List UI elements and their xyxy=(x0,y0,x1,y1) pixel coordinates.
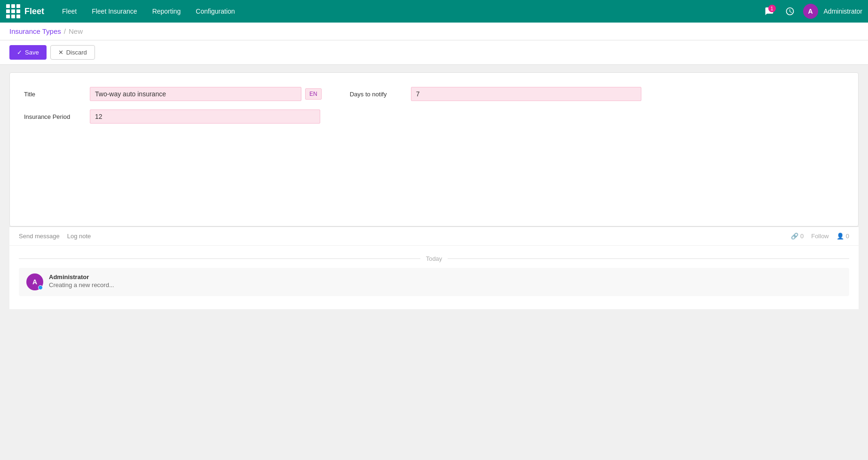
chatter-right-actions: 🔗 0 Follow 👤 0 xyxy=(791,233,849,240)
user-avatar[interactable]: A xyxy=(803,4,818,19)
breadcrumb-parent[interactable]: Insurance Types xyxy=(9,27,61,35)
chatter-area: Send message Log note 🔗 0 Follow 👤 0 Tod… xyxy=(9,226,859,309)
discard-button[interactable]: ✕ Discard xyxy=(50,45,95,60)
brand-name[interactable]: Fleet xyxy=(24,7,44,16)
breadcrumb: Insurance Types / New xyxy=(0,23,868,40)
nav-fleet[interactable]: Fleet xyxy=(55,5,83,18)
paperclip-icon: 🔗 xyxy=(791,233,798,240)
days-to-notify-input[interactable] xyxy=(411,87,641,101)
days-to-notify-group: Days to notify xyxy=(350,87,641,101)
form-card: Title EN Days to notify Insurance Period xyxy=(9,72,859,226)
title-input-group: EN xyxy=(90,87,322,101)
chat-message: A Administrator Creating a new record... xyxy=(19,268,849,296)
main-nav: Fleet Fleet Insurance Reporting Configur… xyxy=(55,5,762,18)
title-row: Title EN Days to notify xyxy=(24,87,844,101)
today-divider: Today xyxy=(19,255,849,262)
topbar: Fleet Fleet Fleet Insurance Reporting Co… xyxy=(0,0,868,23)
message-avatar: A xyxy=(26,273,43,290)
insurance-period-row: Insurance Period xyxy=(24,109,844,124)
user-name[interactable]: Administrator xyxy=(824,8,862,15)
person-icon: 👤 xyxy=(836,233,844,240)
apps-menu-button[interactable] xyxy=(6,4,21,19)
message-content: Administrator Creating a new record... xyxy=(49,273,114,290)
today-label: Today xyxy=(426,255,442,262)
follow-button[interactable]: Follow xyxy=(811,233,829,240)
message-author: Administrator xyxy=(49,273,114,281)
attachments-count[interactable]: 🔗 0 xyxy=(791,233,804,240)
discard-x-icon: ✕ xyxy=(58,49,63,56)
apps-grid-icon xyxy=(6,4,20,18)
save-label: Save xyxy=(25,49,39,56)
clock-icon[interactable] xyxy=(782,4,797,19)
save-button[interactable]: ✓ Save xyxy=(9,45,47,60)
nav-reporting[interactable]: Reporting xyxy=(146,5,188,18)
message-avatar-initial: A xyxy=(32,278,37,286)
followers-number: 0 xyxy=(846,233,849,240)
send-message-button[interactable]: Send message xyxy=(19,233,60,240)
breadcrumb-separator: / xyxy=(64,27,66,35)
insurance-period-input[interactable] xyxy=(90,109,320,124)
timeline-section: Today A Administrator Creating a new rec… xyxy=(9,246,859,309)
title-input[interactable] xyxy=(90,87,301,101)
discard-label: Discard xyxy=(66,49,87,56)
insurance-period-label: Insurance Period xyxy=(24,113,90,120)
main-content: Title EN Days to notify Insurance Period… xyxy=(0,65,868,317)
notification-badge: 1 xyxy=(768,5,776,12)
topbar-right: 1 A Administrator xyxy=(762,4,862,19)
action-bar: ✓ Save ✕ Discard xyxy=(0,40,868,65)
days-to-notify-label: Days to notify xyxy=(350,91,411,98)
en-language-badge[interactable]: EN xyxy=(305,88,322,100)
breadcrumb-current: New xyxy=(69,27,83,35)
nav-configuration[interactable]: Configuration xyxy=(189,5,241,18)
message-text: Creating a new record... xyxy=(49,281,114,288)
nav-fleet-insurance[interactable]: Fleet Insurance xyxy=(85,5,144,18)
chatter-actions-bar: Send message Log note 🔗 0 Follow 👤 0 xyxy=(9,227,859,246)
messaging-icon[interactable]: 1 xyxy=(762,4,777,19)
title-label: Title xyxy=(24,91,90,98)
online-status-dot xyxy=(38,285,43,290)
followers-count[interactable]: 👤 0 xyxy=(836,233,849,240)
log-note-button[interactable]: Log note xyxy=(67,233,91,240)
attachments-number: 0 xyxy=(800,233,804,240)
save-checkmark-icon: ✓ xyxy=(17,49,22,56)
